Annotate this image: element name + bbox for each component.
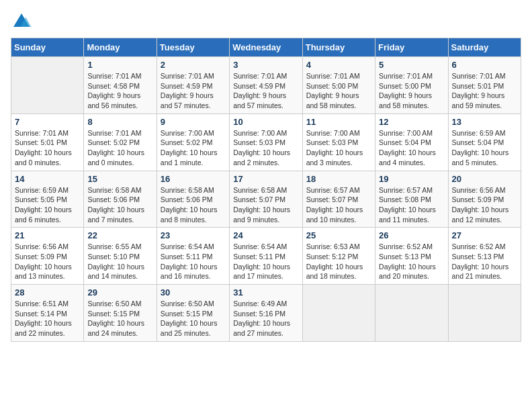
day-info: Sunrise: 6:53 AMSunset: 5:12 PMDaylight:… (306, 242, 371, 281)
day-number: 20 (452, 174, 517, 184)
calendar-cell: 11Sunrise: 7:00 AMSunset: 5:03 PMDayligh… (302, 113, 375, 171)
day-info: Sunrise: 6:54 AMSunset: 5:11 PMDaylight:… (233, 242, 298, 281)
calendar-week-3: 21Sunrise: 6:56 AMSunset: 5:09 PMDayligh… (11, 228, 521, 285)
calendar-cell: 13Sunrise: 6:59 AMSunset: 5:04 PMDayligh… (448, 113, 521, 171)
calendar-week-2: 14Sunrise: 6:59 AMSunset: 5:05 PMDayligh… (11, 171, 521, 228)
day-info: Sunrise: 7:01 AMSunset: 5:00 PMDaylight:… (379, 71, 444, 111)
day-number: 6 (452, 60, 517, 70)
page-header (11, 11, 521, 32)
day-number: 7 (15, 117, 80, 127)
day-number: 28 (15, 287, 80, 298)
day-number: 26 (379, 230, 444, 240)
day-header-tuesday: Tuesday (157, 38, 229, 57)
day-number: 12 (379, 117, 444, 127)
calendar-cell: 18Sunrise: 6:57 AMSunset: 5:07 PMDayligh… (302, 171, 375, 228)
day-number: 3 (233, 60, 298, 70)
calendar-cell: 19Sunrise: 6:57 AMSunset: 5:08 PMDayligh… (375, 171, 448, 228)
calendar-cell: 15Sunrise: 6:58 AMSunset: 5:06 PMDayligh… (84, 171, 157, 228)
calendar-cell: 14Sunrise: 6:59 AMSunset: 5:05 PMDayligh… (11, 171, 84, 228)
day-info: Sunrise: 6:55 AMSunset: 5:10 PMDaylight:… (87, 242, 152, 281)
day-info: Sunrise: 6:52 AMSunset: 5:13 PMDaylight:… (452, 242, 517, 281)
day-number: 24 (233, 230, 298, 240)
day-info: Sunrise: 6:54 AMSunset: 5:11 PMDaylight:… (161, 242, 226, 281)
calendar-week-1: 7Sunrise: 7:01 AMSunset: 5:01 PMDaylight… (11, 113, 521, 171)
day-number: 1 (87, 60, 152, 70)
day-number: 27 (452, 230, 517, 240)
day-info: Sunrise: 7:00 AMSunset: 5:03 PMDaylight:… (233, 128, 298, 168)
calendar-week-0: 1Sunrise: 7:01 AMSunset: 4:58 PMDaylight… (11, 57, 521, 114)
calendar-cell: 23Sunrise: 6:54 AMSunset: 5:11 PMDayligh… (157, 228, 229, 285)
day-number: 9 (161, 117, 226, 127)
calendar-cell: 27Sunrise: 6:52 AMSunset: 5:13 PMDayligh… (448, 228, 521, 285)
calendar-cell: 8Sunrise: 7:01 AMSunset: 5:02 PMDaylight… (84, 113, 157, 171)
day-info: Sunrise: 7:01 AMSunset: 5:02 PMDaylight:… (87, 128, 152, 168)
calendar-cell (11, 57, 84, 114)
calendar-cell: 30Sunrise: 6:50 AMSunset: 5:15 PMDayligh… (157, 285, 229, 342)
day-info: Sunrise: 6:56 AMSunset: 5:09 PMDaylight:… (15, 242, 80, 281)
calendar-cell: 16Sunrise: 6:58 AMSunset: 5:06 PMDayligh… (157, 171, 229, 228)
day-number: 30 (161, 287, 226, 298)
day-number: 22 (87, 230, 152, 240)
day-info: Sunrise: 6:49 AMSunset: 5:16 PMDaylight:… (233, 299, 298, 338)
calendar-cell: 6Sunrise: 7:01 AMSunset: 5:01 PMDaylight… (448, 57, 521, 114)
day-number: 17 (233, 174, 298, 184)
day-number: 8 (87, 117, 152, 127)
day-info: Sunrise: 6:52 AMSunset: 5:13 PMDaylight:… (379, 242, 444, 281)
logo (11, 11, 35, 32)
day-info: Sunrise: 7:00 AMSunset: 5:02 PMDaylight:… (161, 128, 226, 168)
calendar-cell: 21Sunrise: 6:56 AMSunset: 5:09 PMDayligh… (11, 228, 84, 285)
day-header-saturday: Saturday (448, 38, 521, 57)
calendar-cell: 10Sunrise: 7:00 AMSunset: 5:03 PMDayligh… (230, 113, 302, 171)
day-header-monday: Monday (84, 38, 157, 57)
calendar: SundayMondayTuesdayWednesdayThursdayFrid… (11, 38, 521, 342)
calendar-cell: 3Sunrise: 7:01 AMSunset: 4:59 PMDaylight… (230, 57, 302, 114)
day-number: 25 (306, 230, 371, 240)
day-number: 13 (452, 117, 517, 127)
day-info: Sunrise: 7:01 AMSunset: 4:59 PMDaylight:… (161, 71, 226, 111)
day-info: Sunrise: 6:50 AMSunset: 5:15 PMDaylight:… (161, 299, 226, 338)
day-info: Sunrise: 7:01 AMSunset: 4:59 PMDaylight:… (233, 71, 298, 111)
day-info: Sunrise: 6:58 AMSunset: 5:06 PMDaylight:… (161, 185, 226, 225)
calendar-cell: 25Sunrise: 6:53 AMSunset: 5:12 PMDayligh… (302, 228, 375, 285)
calendar-cell: 29Sunrise: 6:50 AMSunset: 5:15 PMDayligh… (84, 285, 157, 342)
day-info: Sunrise: 6:58 AMSunset: 5:06 PMDaylight:… (87, 185, 152, 225)
calendar-cell: 9Sunrise: 7:00 AMSunset: 5:02 PMDaylight… (157, 113, 229, 171)
calendar-cell: 7Sunrise: 7:01 AMSunset: 5:01 PMDaylight… (11, 113, 84, 171)
day-number: 4 (306, 60, 371, 70)
day-info: Sunrise: 7:01 AMSunset: 5:01 PMDaylight:… (15, 128, 80, 168)
calendar-cell (375, 285, 448, 342)
calendar-cell: 4Sunrise: 7:01 AMSunset: 5:00 PMDaylight… (302, 57, 375, 114)
day-header-wednesday: Wednesday (230, 38, 302, 57)
day-number: 5 (379, 60, 444, 70)
day-number: 14 (15, 174, 80, 184)
day-number: 19 (379, 174, 444, 184)
day-info: Sunrise: 6:59 AMSunset: 5:05 PMDaylight:… (15, 185, 80, 225)
calendar-cell: 28Sunrise: 6:51 AMSunset: 5:14 PMDayligh… (11, 285, 84, 342)
day-number: 23 (161, 230, 226, 240)
day-number: 2 (161, 60, 226, 70)
calendar-cell: 17Sunrise: 6:58 AMSunset: 5:07 PMDayligh… (230, 171, 302, 228)
day-info: Sunrise: 7:01 AMSunset: 5:00 PMDaylight:… (306, 71, 371, 111)
calendar-cell: 2Sunrise: 7:01 AMSunset: 4:59 PMDaylight… (157, 57, 229, 114)
day-number: 16 (161, 174, 226, 184)
day-header-thursday: Thursday (302, 38, 375, 57)
calendar-cell: 5Sunrise: 7:01 AMSunset: 5:00 PMDaylight… (375, 57, 448, 114)
calendar-cell: 22Sunrise: 6:55 AMSunset: 5:10 PMDayligh… (84, 228, 157, 285)
day-info: Sunrise: 6:59 AMSunset: 5:04 PMDaylight:… (452, 128, 517, 168)
calendar-cell: 20Sunrise: 6:56 AMSunset: 5:09 PMDayligh… (448, 171, 521, 228)
day-info: Sunrise: 6:57 AMSunset: 5:08 PMDaylight:… (379, 185, 444, 225)
calendar-header-row: SundayMondayTuesdayWednesdayThursdayFrid… (11, 38, 521, 57)
calendar-cell (448, 285, 521, 342)
day-header-sunday: Sunday (11, 38, 84, 57)
logo-icon (11, 11, 32, 32)
calendar-week-4: 28Sunrise: 6:51 AMSunset: 5:14 PMDayligh… (11, 285, 521, 342)
day-info: Sunrise: 6:57 AMSunset: 5:07 PMDaylight:… (306, 185, 371, 225)
day-number: 21 (15, 230, 80, 240)
day-header-friday: Friday (375, 38, 448, 57)
calendar-cell: 1Sunrise: 7:01 AMSunset: 4:58 PMDaylight… (84, 57, 157, 114)
calendar-cell: 26Sunrise: 6:52 AMSunset: 5:13 PMDayligh… (375, 228, 448, 285)
calendar-cell: 12Sunrise: 7:00 AMSunset: 5:04 PMDayligh… (375, 113, 448, 171)
day-number: 29 (87, 287, 152, 298)
day-info: Sunrise: 6:58 AMSunset: 5:07 PMDaylight:… (233, 185, 298, 225)
day-number: 11 (306, 117, 371, 127)
